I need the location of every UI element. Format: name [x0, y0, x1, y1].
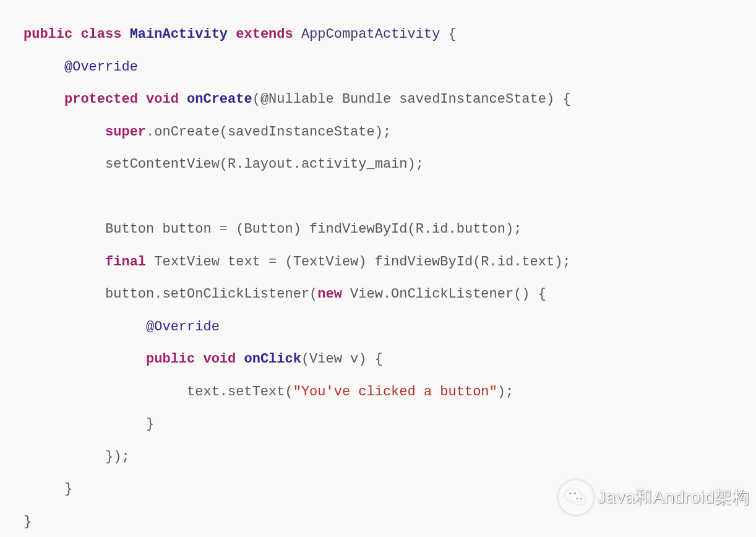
code-token: @Override	[146, 319, 220, 335]
code-token: MainActivity	[130, 27, 228, 42]
code-token: }	[146, 416, 154, 432]
code-token: )	[358, 351, 366, 367]
code-token: @Nullable	[260, 92, 334, 107]
code-token: )	[546, 92, 554, 107]
code-token	[236, 351, 244, 367]
code-token: extends	[236, 27, 293, 42]
code-token	[72, 27, 80, 42]
code-token: public	[24, 27, 72, 42]
code-line: public void onClick(View v) {	[24, 343, 737, 376]
code-line: }	[24, 473, 737, 506]
code-line: protected void onCreate(@Nullable Bundle…	[24, 84, 737, 116]
code-line: }	[24, 408, 737, 441]
code-token: super	[105, 124, 146, 140]
code-token: class	[80, 27, 121, 42]
code-token: Bundle savedInstanceState	[334, 92, 546, 107]
code-token: button.setOnClickListener(	[105, 286, 317, 302]
code-token: onCreate	[187, 92, 252, 107]
code-line: Button button = (Button) findViewById(R.…	[24, 213, 737, 246]
code-token: }	[24, 514, 32, 530]
code-token: (	[252, 92, 260, 107]
code-token	[195, 351, 203, 367]
code-token: new	[317, 286, 342, 302]
code-token: {	[375, 351, 383, 367]
code-token: final	[105, 254, 146, 270]
code-token: "You've clicked a button"	[293, 384, 497, 400]
code-line: }	[24, 506, 737, 538]
code-token: onClick	[244, 351, 301, 367]
code-token: TextView text = (TextView) findViewById(…	[146, 254, 571, 270]
code-token: View.OnClickListener()	[342, 286, 538, 302]
code-line: setContentView(R.layout.activity_main);	[24, 148, 737, 181]
code-line: @Override	[24, 51, 737, 84]
code-token: );	[497, 384, 513, 400]
code-line: });	[24, 441, 737, 474]
code-token	[179, 92, 187, 107]
code-snippet-page: public class MainActivity extends AppCom…	[0, 0, 756, 537]
code-line: text.setText("You've clicked a button");	[24, 376, 737, 409]
code-line: final TextView text = (TextView) findVie…	[24, 246, 737, 279]
code-line	[24, 181, 737, 214]
code-line: button.setOnClickListener(new View.OnCli…	[24, 278, 737, 311]
code-token: {	[449, 27, 457, 42]
code-token	[367, 351, 375, 367]
code-token: (	[301, 351, 309, 367]
code-token: void	[203, 351, 236, 367]
code-token	[121, 27, 129, 42]
code-token	[440, 27, 448, 42]
code-token: text.setText(	[187, 384, 293, 400]
code-token: public	[146, 351, 195, 367]
code-line: public class MainActivity extends AppCom…	[24, 19, 737, 51]
code-token: View v	[309, 351, 358, 367]
code-token: void	[146, 92, 179, 107]
code-block: public class MainActivity extends AppCom…	[0, 0, 756, 537]
code-token: protected	[64, 92, 138, 107]
code-token: Button button = (Button) findViewById(R.…	[105, 221, 522, 237]
code-token: .onCreate(savedInstanceState);	[146, 124, 391, 140]
code-token: AppCompatActivity	[301, 27, 440, 42]
code-token: setContentView(R.layout.activity_main);	[105, 157, 424, 172]
code-token: {	[562, 92, 570, 107]
code-token: });	[105, 449, 130, 465]
code-token: {	[538, 286, 546, 302]
code-line: super.onCreate(savedInstanceState);	[24, 116, 737, 149]
code-token	[293, 27, 301, 42]
code-token	[554, 92, 562, 107]
code-token	[138, 92, 146, 107]
code-token	[228, 27, 236, 42]
code-token: @Override	[64, 59, 138, 75]
code-line: @Override	[24, 311, 737, 344]
code-token: }	[64, 481, 72, 497]
